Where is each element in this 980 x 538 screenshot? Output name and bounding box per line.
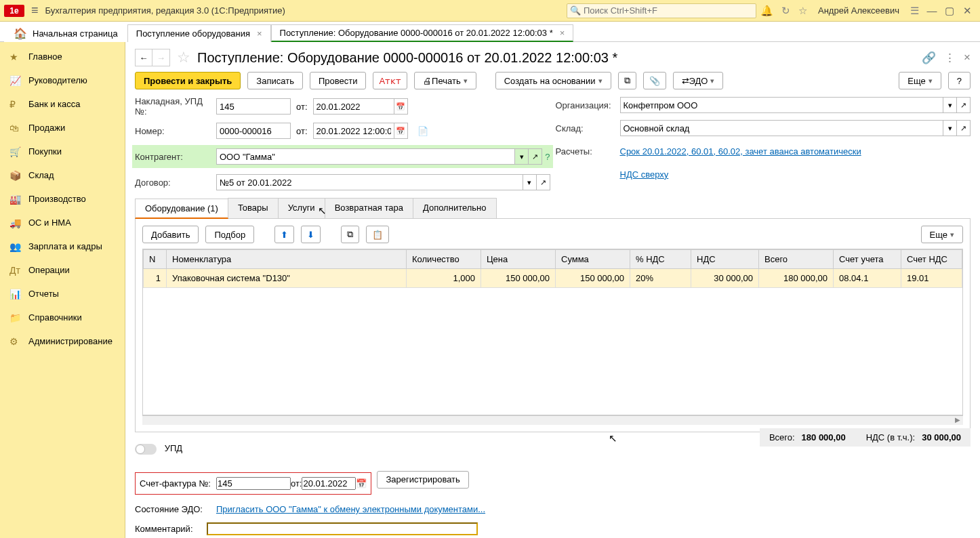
calendar-icon[interactable]: 📅 bbox=[356, 478, 367, 489]
add-row-button[interactable]: Добавить bbox=[142, 226, 199, 243]
more-icon[interactable]: ⋮ bbox=[944, 51, 956, 65]
move-up-button[interactable]: ⬆ bbox=[274, 226, 294, 243]
more-button[interactable]: Еще bbox=[899, 72, 941, 89]
sidebar-item-operations[interactable]: ДтОперации bbox=[0, 258, 125, 282]
sklad-input[interactable] bbox=[620, 120, 944, 136]
col-vatp[interactable]: % НДС bbox=[630, 250, 691, 269]
tab-document[interactable]: Поступление: Оборудование 0000-000016 от… bbox=[271, 24, 574, 42]
open-ref-icon[interactable]: ↗ bbox=[529, 148, 542, 165]
close-page-icon[interactable]: × bbox=[964, 51, 971, 65]
sidebar-item-reports[interactable]: 📊Отчеты bbox=[0, 282, 125, 306]
tab-services[interactable]: Услуги bbox=[278, 198, 325, 218]
help-button[interactable]: ? bbox=[948, 72, 971, 89]
col-price[interactable]: Цена bbox=[481, 250, 556, 269]
number-input[interactable] bbox=[216, 123, 291, 139]
grid-more-button[interactable]: Еще bbox=[921, 226, 963, 243]
link-icon[interactable]: 🔗 bbox=[922, 51, 936, 65]
global-search[interactable]: 🔍 bbox=[567, 3, 756, 18]
settings-icon[interactable]: ☰ bbox=[910, 5, 919, 17]
open-ref-icon[interactable]: ↗ bbox=[537, 174, 550, 190]
number-date-input[interactable] bbox=[313, 123, 394, 139]
attach-button[interactable]: 📎 bbox=[643, 72, 666, 89]
bell-icon[interactable]: 🔔 bbox=[760, 5, 773, 17]
dropdown-icon[interactable]: ▾ bbox=[523, 174, 537, 190]
sidebar-item-bank[interactable]: ₽Банк и касса bbox=[0, 92, 125, 116]
tab-receipt-list[interactable]: Поступление оборудования × bbox=[127, 24, 271, 42]
create-based-button[interactable]: Создать на основании bbox=[495, 72, 611, 89]
paste-button[interactable]: 📋 bbox=[366, 226, 389, 243]
col-vatacc[interactable]: Счет НДС bbox=[901, 250, 962, 269]
sidebar-item-hr[interactable]: 👥Зарплата и кадры bbox=[0, 234, 125, 258]
help-icon[interactable]: ? bbox=[545, 152, 550, 162]
table-row[interactable]: 1 Упаковочная система "D130" 1,000 150 0… bbox=[144, 269, 962, 288]
select-button[interactable]: Подбор bbox=[205, 226, 254, 243]
search-input[interactable] bbox=[584, 5, 753, 16]
items-grid[interactable]: N Номенклатура Количество Цена Сумма % Н… bbox=[142, 249, 963, 415]
dtkt-button[interactable]: Aᴛᴋᴛ bbox=[373, 72, 407, 89]
favorite-icon[interactable]: ☆ bbox=[177, 49, 190, 66]
col-total[interactable]: Всего bbox=[759, 250, 834, 269]
close-window-button[interactable]: ✕ bbox=[958, 5, 976, 17]
comment-input[interactable] bbox=[207, 522, 478, 535]
back-button[interactable]: ← bbox=[135, 49, 152, 66]
forward-button[interactable]: → bbox=[152, 49, 170, 66]
sidebar-item-sales[interactable]: 🛍Продажи bbox=[0, 116, 125, 140]
close-icon[interactable]: × bbox=[257, 28, 262, 39]
user-name[interactable]: Андрей Алексеевич bbox=[818, 5, 899, 16]
sf-no-input[interactable] bbox=[216, 477, 291, 490]
sidebar-item-warehouse[interactable]: 📦Склад bbox=[0, 163, 125, 187]
star-icon[interactable]: ☆ bbox=[798, 5, 807, 17]
close-icon[interactable]: × bbox=[560, 28, 565, 38]
tab-goods[interactable]: Товары bbox=[228, 198, 279, 218]
col-sum[interactable]: Сумма bbox=[556, 250, 630, 269]
tab-equipment[interactable]: Оборудование (1) bbox=[135, 199, 228, 219]
tab-returnable[interactable]: Возвратная тара bbox=[325, 198, 413, 218]
history-icon[interactable]: ↻ bbox=[781, 5, 790, 17]
open-ref-icon[interactable]: ↗ bbox=[957, 120, 971, 136]
sidebar-item-admin[interactable]: ⚙Администрирование bbox=[0, 329, 125, 353]
print-button[interactable]: 🖨 Печать bbox=[414, 72, 476, 89]
structure-button[interactable]: ⧉ bbox=[618, 72, 636, 89]
sf-date-input[interactable] bbox=[302, 477, 356, 490]
col-qty[interactable]: Количество bbox=[407, 250, 481, 269]
write-button[interactable]: Записать bbox=[247, 72, 303, 89]
invoice-date-input[interactable] bbox=[313, 98, 394, 115]
minimize-button[interactable]: — bbox=[923, 5, 941, 16]
kontr-input[interactable] bbox=[216, 148, 515, 165]
menu-icon[interactable]: ≡ bbox=[31, 3, 39, 18]
dropdown-icon[interactable]: ▾ bbox=[943, 120, 957, 136]
sidebar-item-refs[interactable]: 📁Справочники bbox=[0, 306, 125, 329]
col-n[interactable]: N bbox=[144, 250, 167, 269]
col-acc[interactable]: Счет учета bbox=[834, 250, 901, 269]
sidebar-item-main[interactable]: ★Главное bbox=[0, 45, 125, 68]
col-vat[interactable]: НДС bbox=[691, 250, 759, 269]
dropdown-icon[interactable]: ▾ bbox=[943, 97, 957, 113]
sidebar-item-purchases[interactable]: 🛒Покупки bbox=[0, 140, 125, 163]
calendar-icon[interactable]: 📅 bbox=[394, 98, 408, 115]
register-button[interactable]: Зарегистрировать bbox=[377, 471, 468, 489]
invoice-no-input[interactable] bbox=[216, 98, 291, 115]
calendar-icon[interactable]: 📅 bbox=[394, 123, 408, 139]
upd-toggle[interactable] bbox=[135, 444, 157, 455]
move-down-button[interactable]: ⬇ bbox=[301, 226, 321, 243]
sidebar-item-manager[interactable]: 📈Руководителю bbox=[0, 68, 125, 92]
nds-link[interactable]: НДС сверху bbox=[620, 169, 669, 180]
sidebar-item-production[interactable]: 🏭Производство bbox=[0, 187, 125, 211]
tab-extra[interactable]: Дополнительно bbox=[413, 198, 497, 218]
dropdown-icon[interactable]: ▾ bbox=[515, 148, 529, 165]
open-ref-icon[interactable]: ↗ bbox=[957, 97, 971, 113]
org-input[interactable] bbox=[620, 97, 944, 113]
copy-button[interactable]: ⧉ bbox=[341, 226, 359, 243]
edo-invite-link[interactable]: Пригласить ООО "Гамма" к обмену электрон… bbox=[216, 504, 485, 514]
settlements-link[interactable]: Срок 20.01.2022, 60.01, 60.02, зачет ава… bbox=[620, 146, 861, 157]
col-nomenclature[interactable]: Номенклатура bbox=[167, 250, 407, 269]
tab-home[interactable]: 🏠 Начальная страница bbox=[4, 24, 127, 42]
sidebar-item-fixed-assets[interactable]: 🚚ОС и НМА bbox=[0, 211, 125, 234]
maximize-button[interactable]: ▢ bbox=[941, 5, 958, 17]
bag-icon: 🛍 bbox=[9, 123, 28, 133]
horizontal-scrollbar[interactable] bbox=[142, 415, 963, 425]
post-close-button[interactable]: Провести и закрыть bbox=[135, 72, 241, 89]
edo-button[interactable]: ⇄ ЭДО bbox=[673, 72, 724, 89]
post-button[interactable]: Провести bbox=[310, 72, 367, 89]
dogovor-input[interactable] bbox=[216, 174, 523, 190]
